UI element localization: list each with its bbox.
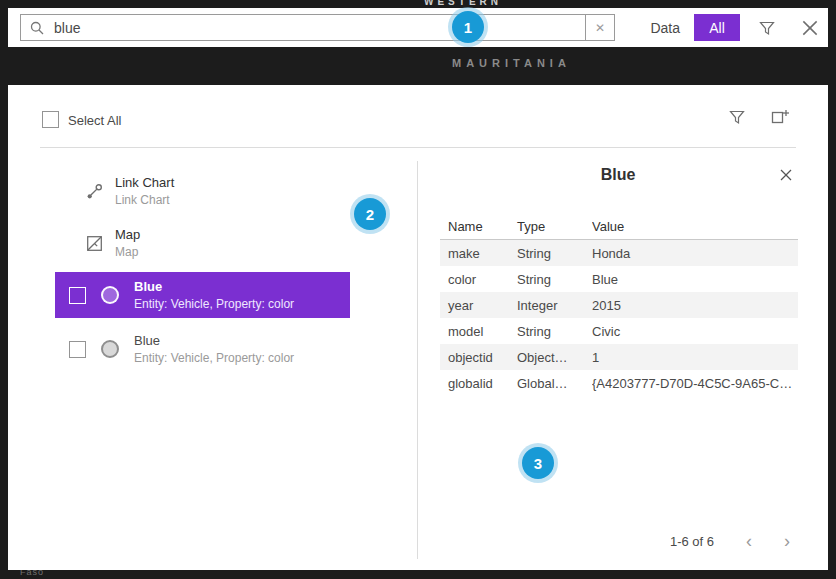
link-chart-icon [86,183,103,200]
result-title: Map [115,227,140,242]
select-all-checkbox[interactable] [42,111,59,128]
annotation-badge-2: 2 [354,198,386,230]
cell-name: year [440,298,517,313]
map-label-mauritania: MAURITANIA [452,57,571,69]
column-header-name: Name [440,219,517,234]
search-input[interactable] [52,14,585,41]
table-row: make String Honda [440,240,798,266]
search-bar: ✕ Data All [8,8,828,47]
table-row: year Integer 2015 [440,292,798,318]
filter-results-icon[interactable] [728,108,746,126]
cell-value: 2015 [592,298,798,313]
cell-name: model [440,324,517,339]
search-icon [29,20,45,36]
add-selection-icon[interactable] [770,107,790,127]
result-item-map[interactable]: Map Map [86,227,140,259]
map-icon [86,235,103,252]
result-title: Blue [134,333,294,348]
table-row: color String Blue [440,266,798,292]
result-checkbox[interactable] [69,287,86,304]
cell-value: Civic [592,324,798,339]
cell-type: Object… [517,350,592,365]
column-header-value: Value [592,219,798,234]
close-icon[interactable] [800,18,820,38]
cell-name: color [440,272,517,287]
result-title: Blue [134,279,294,294]
annotation-badge-1: 1 [452,11,484,43]
result-item-blue[interactable]: Blue Entity: Vehicle, Property: color [55,326,350,372]
cell-type: String [517,272,592,287]
map-label-western: WESTERN [424,0,502,7]
entity-circle-icon [101,340,119,358]
table-row: objectid Object… 1 [440,344,798,370]
detail-title: Blue [438,166,798,184]
cell-type: String [517,324,592,339]
cell-value: {A4203777-D70D-4C5C-9A65-C… [592,376,798,391]
app-window: WESTERN MAURITANIA Faso ✕ Data All Selec… [0,0,836,579]
table-row: globalid Global… {A4203777-D70D-4C5C-9A6… [440,370,798,396]
table-header: Name Type Value [440,213,798,240]
divider [40,147,796,148]
cell-type: Global… [517,376,592,391]
data-toggle-button[interactable]: Data [636,20,694,36]
divider [417,161,418,559]
result-title: Link Chart [115,175,174,190]
cell-type: Integer [517,298,592,313]
properties-table: Name Type Value make String Honda color … [440,213,798,396]
cell-name: make [440,246,517,261]
cell-name: globalid [440,376,517,391]
cell-type: String [517,246,592,261]
search-box[interactable]: ✕ [20,14,615,41]
next-page-icon[interactable]: › [784,532,790,550]
result-subtitle: Entity: Vehicle, Property: color [134,297,294,311]
result-subtitle: Map [115,245,140,259]
annotation-badge-3: 3 [522,447,554,479]
result-subtitle: Link Chart [115,193,174,207]
cell-name: objectid [440,350,517,365]
pagination: 1-6 of 6 ‹ › [440,532,798,550]
table-row: model String Civic [440,318,798,344]
result-subtitle: Entity: Vehicle, Property: color [134,351,294,365]
select-all-label: Select All [68,113,121,128]
result-checkbox[interactable] [69,341,86,358]
clear-search-button[interactable]: ✕ [585,15,614,40]
column-header-type: Type [517,219,592,234]
all-toggle-button[interactable]: All [694,14,740,41]
result-item-link-chart[interactable]: Link Chart Link Chart [86,175,174,207]
pagination-label: 1-6 of 6 [670,534,714,549]
detail-close-icon[interactable] [778,167,794,183]
entity-circle-icon [101,286,119,304]
filter-icon[interactable] [758,19,776,37]
cell-value: Honda [592,246,798,261]
search-results-panel: Select All Link Chart Link Chart [8,85,828,570]
result-item-blue-selected[interactable]: Blue Entity: Vehicle, Property: color [55,272,350,318]
cell-value: Blue [592,272,798,287]
prev-page-icon[interactable]: ‹ [746,532,752,550]
cell-value: 1 [592,350,798,365]
